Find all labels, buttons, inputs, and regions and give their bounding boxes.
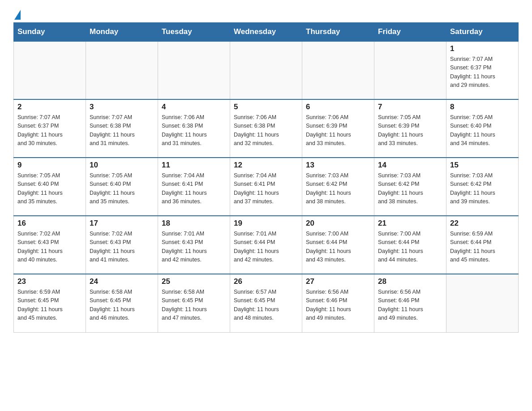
weekday-header-sunday: Sunday: [14, 23, 86, 42]
calendar-cell: 7Sunrise: 7:05 AMSunset: 6:39 PMDaylight…: [374, 99, 446, 158]
weekday-header-friday: Friday: [374, 23, 446, 42]
calendar-cell: 11Sunrise: 7:04 AMSunset: 6:41 PMDayligh…: [158, 158, 230, 216]
day-info: Sunrise: 7:02 AMSunset: 6:43 PMDaylight:…: [17, 230, 82, 265]
day-number: 17: [90, 219, 154, 228]
calendar-cell: 24Sunrise: 6:58 AMSunset: 6:45 PMDayligh…: [86, 274, 158, 332]
weekday-header-monday: Monday: [86, 23, 158, 42]
day-number: 21: [378, 219, 442, 228]
calendar-cell: 5Sunrise: 7:06 AMSunset: 6:38 PMDaylight…: [230, 99, 302, 158]
day-info: Sunrise: 7:06 AMSunset: 6:38 PMDaylight:…: [162, 113, 226, 148]
day-number: 27: [306, 277, 370, 286]
calendar-cell: 25Sunrise: 6:58 AMSunset: 6:45 PMDayligh…: [158, 274, 230, 332]
day-number: 11: [162, 161, 226, 170]
day-info: Sunrise: 6:58 AMSunset: 6:45 PMDaylight:…: [90, 288, 154, 323]
day-info: Sunrise: 7:05 AMSunset: 6:40 PMDaylight:…: [450, 113, 515, 148]
calendar-cell: 14Sunrise: 7:03 AMSunset: 6:42 PMDayligh…: [374, 158, 446, 216]
calendar-cell: [14, 41, 86, 99]
calendar-week-1: 1Sunrise: 7:07 AMSunset: 6:37 PMDaylight…: [14, 41, 519, 99]
day-number: 9: [17, 161, 82, 170]
day-info: Sunrise: 7:06 AMSunset: 6:39 PMDaylight:…: [306, 113, 370, 148]
calendar-cell: [374, 41, 446, 99]
day-info: Sunrise: 7:05 AMSunset: 6:40 PMDaylight:…: [90, 171, 154, 206]
calendar-cell: [230, 41, 302, 99]
calendar-week-2: 2Sunrise: 7:07 AMSunset: 6:37 PMDaylight…: [14, 99, 519, 158]
weekday-header-saturday: Saturday: [446, 23, 519, 42]
day-info: Sunrise: 6:57 AMSunset: 6:45 PMDaylight:…: [234, 288, 298, 323]
weekday-header-row: SundayMondayTuesdayWednesdayThursdayFrid…: [14, 23, 519, 42]
day-info: Sunrise: 7:04 AMSunset: 6:41 PMDaylight:…: [234, 171, 298, 206]
day-number: 26: [234, 277, 298, 286]
day-number: 28: [378, 277, 442, 286]
calendar-cell: 3Sunrise: 7:07 AMSunset: 6:38 PMDaylight…: [86, 99, 158, 158]
logo-triangle-icon: [14, 10, 21, 20]
day-number: 7: [378, 103, 442, 111]
day-number: 5: [234, 103, 298, 111]
day-info: Sunrise: 7:07 AMSunset: 6:38 PMDaylight:…: [90, 113, 154, 148]
calendar-cell: 4Sunrise: 7:06 AMSunset: 6:38 PMDaylight…: [158, 99, 230, 158]
day-number: 12: [234, 161, 298, 170]
calendar-cell: 15Sunrise: 7:03 AMSunset: 6:42 PMDayligh…: [446, 158, 519, 216]
day-number: 22: [450, 219, 515, 228]
day-info: Sunrise: 7:03 AMSunset: 6:42 PMDaylight:…: [378, 171, 442, 206]
day-info: Sunrise: 6:59 AMSunset: 6:44 PMDaylight:…: [450, 230, 515, 265]
weekday-header-thursday: Thursday: [302, 23, 374, 42]
calendar-cell: 22Sunrise: 6:59 AMSunset: 6:44 PMDayligh…: [446, 216, 519, 274]
calendar-cell: 12Sunrise: 7:04 AMSunset: 6:41 PMDayligh…: [230, 158, 302, 216]
day-number: 8: [450, 103, 515, 111]
day-info: Sunrise: 7:00 AMSunset: 6:44 PMDaylight:…: [306, 230, 370, 265]
calendar-cell: 19Sunrise: 7:01 AMSunset: 6:44 PMDayligh…: [230, 216, 302, 274]
day-info: Sunrise: 7:07 AMSunset: 6:37 PMDaylight:…: [17, 113, 82, 148]
day-info: Sunrise: 7:06 AMSunset: 6:38 PMDaylight:…: [234, 113, 298, 148]
page-header: [13, 9, 519, 18]
day-number: 3: [90, 103, 154, 111]
day-number: 13: [306, 161, 370, 170]
day-number: 14: [378, 161, 442, 170]
calendar-cell: 17Sunrise: 7:02 AMSunset: 6:43 PMDayligh…: [86, 216, 158, 274]
day-info: Sunrise: 7:02 AMSunset: 6:43 PMDaylight:…: [90, 230, 154, 265]
calendar-cell: 27Sunrise: 6:56 AMSunset: 6:46 PMDayligh…: [302, 274, 374, 332]
calendar-table: SundayMondayTuesdayWednesdayThursdayFrid…: [13, 22, 519, 333]
logo: [13, 9, 30, 18]
weekday-header-wednesday: Wednesday: [230, 23, 302, 42]
calendar-cell: 28Sunrise: 6:56 AMSunset: 6:46 PMDayligh…: [374, 274, 446, 332]
calendar-cell: 18Sunrise: 7:01 AMSunset: 6:43 PMDayligh…: [158, 216, 230, 274]
day-info: Sunrise: 7:04 AMSunset: 6:41 PMDaylight:…: [162, 171, 226, 206]
day-number: 16: [17, 219, 82, 228]
calendar-cell: 23Sunrise: 6:59 AMSunset: 6:45 PMDayligh…: [14, 274, 86, 332]
calendar-cell: 10Sunrise: 7:05 AMSunset: 6:40 PMDayligh…: [86, 158, 158, 216]
day-info: Sunrise: 7:07 AMSunset: 6:37 PMDaylight:…: [450, 55, 515, 90]
day-number: 6: [306, 103, 370, 111]
calendar-cell: 2Sunrise: 7:07 AMSunset: 6:37 PMDaylight…: [14, 99, 86, 158]
day-number: 24: [90, 277, 154, 286]
calendar-cell: [158, 41, 230, 99]
day-number: 25: [162, 277, 226, 286]
weekday-header-tuesday: Tuesday: [158, 23, 230, 42]
day-number: 18: [162, 219, 226, 228]
calendar-cell: 26Sunrise: 6:57 AMSunset: 6:45 PMDayligh…: [230, 274, 302, 332]
day-info: Sunrise: 7:00 AMSunset: 6:44 PMDaylight:…: [378, 230, 442, 265]
day-number: 20: [306, 219, 370, 228]
calendar-cell: 21Sunrise: 7:00 AMSunset: 6:44 PMDayligh…: [374, 216, 446, 274]
day-number: 19: [234, 219, 298, 228]
day-number: 23: [17, 277, 82, 286]
day-number: 1: [450, 44, 515, 53]
calendar-week-4: 16Sunrise: 7:02 AMSunset: 6:43 PMDayligh…: [14, 216, 519, 274]
day-info: Sunrise: 7:03 AMSunset: 6:42 PMDaylight:…: [306, 171, 370, 206]
day-info: Sunrise: 6:59 AMSunset: 6:45 PMDaylight:…: [17, 288, 82, 323]
day-info: Sunrise: 6:58 AMSunset: 6:45 PMDaylight:…: [162, 288, 226, 323]
day-info: Sunrise: 6:56 AMSunset: 6:46 PMDaylight:…: [306, 288, 370, 323]
calendar-cell: [302, 41, 374, 99]
calendar-cell: 20Sunrise: 7:00 AMSunset: 6:44 PMDayligh…: [302, 216, 374, 274]
day-info: Sunrise: 7:01 AMSunset: 6:43 PMDaylight:…: [162, 230, 226, 265]
calendar-week-5: 23Sunrise: 6:59 AMSunset: 6:45 PMDayligh…: [14, 274, 519, 332]
day-info: Sunrise: 6:56 AMSunset: 6:46 PMDaylight:…: [378, 288, 442, 323]
day-info: Sunrise: 7:05 AMSunset: 6:39 PMDaylight:…: [378, 113, 442, 148]
day-info: Sunrise: 7:03 AMSunset: 6:42 PMDaylight:…: [450, 171, 515, 206]
calendar-cell: [446, 274, 519, 332]
day-info: Sunrise: 7:01 AMSunset: 6:44 PMDaylight:…: [234, 230, 298, 265]
day-number: 2: [17, 103, 82, 111]
calendar-week-3: 9Sunrise: 7:05 AMSunset: 6:40 PMDaylight…: [14, 158, 519, 216]
calendar-cell: 16Sunrise: 7:02 AMSunset: 6:43 PMDayligh…: [14, 216, 86, 274]
day-number: 15: [450, 161, 515, 170]
day-info: Sunrise: 7:05 AMSunset: 6:40 PMDaylight:…: [17, 171, 82, 206]
